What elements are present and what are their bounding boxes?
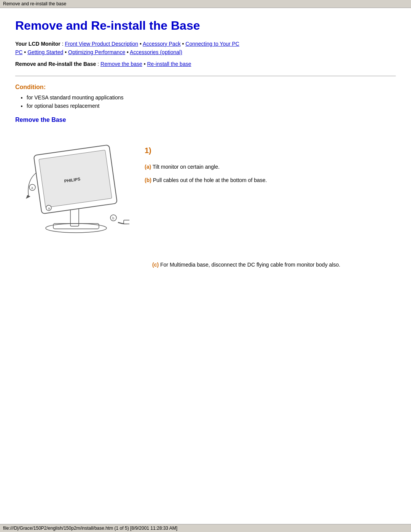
breadcrumb-bullet-1: • bbox=[140, 41, 143, 47]
section2-separator: : bbox=[97, 61, 100, 67]
section2-intro-label: Remove and Re-install the Base bbox=[15, 61, 96, 67]
monitor-illustration: PHILIPS a b a bbox=[15, 131, 129, 239]
breadcrumb-link-reinstall-base[interactable]: Re-install the base bbox=[147, 61, 191, 67]
breadcrumb-link-accessories[interactable]: Accessories (optional) bbox=[130, 49, 182, 55]
breadcrumb-link-pc[interactable]: PC bbox=[15, 49, 22, 55]
svg-point-0 bbox=[46, 224, 107, 233]
breadcrumb-link-accessory-pack[interactable]: Accessory Pack bbox=[143, 41, 181, 47]
condition-item-2: for optional bases replacement bbox=[27, 103, 396, 109]
step-c-description: For Multimedia base, disconnect the DC f… bbox=[159, 262, 340, 268]
step-c-text: (c) For Multimedia base, disconnect the … bbox=[152, 260, 396, 269]
breadcrumb-link-optimizing[interactable]: Optimizing Performance bbox=[68, 49, 125, 55]
breadcrumb-bullet-3: • bbox=[24, 49, 27, 55]
breadcrumb-line1: Your LCD Monitor : Front View Product De… bbox=[15, 40, 396, 57]
step-a-description: Tilt monitor on certain angle. bbox=[151, 164, 220, 170]
step-b-description: Pull cables out of the hole at the botto… bbox=[151, 177, 267, 183]
step-c-label: (c) bbox=[152, 262, 159, 268]
step-c-section: (c) For Multimedia base, disconnect the … bbox=[145, 260, 396, 269]
remove-base-section: PHILIPS a b a 1) bbox=[15, 131, 396, 273]
condition-item-1: for VESA standard mounting applications bbox=[27, 94, 396, 101]
monitor-svg: PHILIPS a b a bbox=[15, 131, 129, 238]
divider bbox=[15, 76, 396, 76]
breadcrumb-line2: Remove and Re-install the Base : Remove … bbox=[15, 60, 396, 68]
page-title: Remove and Re-install the Base bbox=[15, 19, 396, 33]
step-b-label: (b) bbox=[145, 177, 151, 183]
section2-bullet: • bbox=[144, 61, 147, 67]
svg-marker-13 bbox=[26, 195, 30, 199]
svg-text:b: b bbox=[112, 216, 114, 220]
breadcrumb-link-remove-base[interactable]: Remove the base bbox=[100, 61, 142, 67]
step-b-text: (b) Pull cables out of the hole at the b… bbox=[145, 176, 396, 184]
breadcrumb-link-getting-started[interactable]: Getting Started bbox=[27, 49, 63, 55]
breadcrumb-bullet-5: • bbox=[127, 49, 130, 55]
svg-rect-8 bbox=[124, 220, 129, 224]
browser-title-text: Remove and re-install the base bbox=[3, 1, 66, 6]
step-a-label: (a) bbox=[145, 164, 151, 170]
page-content: Remove and Re-install the Base Your LCD … bbox=[0, 8, 411, 300]
breadcrumb-bullet-4: • bbox=[65, 49, 68, 55]
browser-title-bar: Remove and re-install the base bbox=[0, 0, 411, 8]
step-instructions: 1) (a) Tilt monitor on certain angle. (b… bbox=[145, 131, 396, 273]
step-number: 1) bbox=[145, 146, 396, 155]
condition-heading: Condition: bbox=[15, 84, 396, 91]
step-a-text: (a) Tilt monitor on certain angle. bbox=[145, 163, 396, 171]
svg-text:a: a bbox=[31, 186, 33, 190]
remove-base-heading: Remove the Base bbox=[15, 117, 396, 123]
breadcrumb-intro-label: Your LCD Monitor bbox=[15, 41, 61, 47]
breadcrumb-link-front-view[interactable]: Front View Product Description bbox=[65, 41, 138, 47]
breadcrumb-bullet-2: • bbox=[182, 41, 186, 47]
breadcrumb-link-connecting[interactable]: Connecting to Your PC bbox=[185, 41, 239, 47]
condition-list: for VESA standard mounting applications … bbox=[15, 94, 396, 109]
